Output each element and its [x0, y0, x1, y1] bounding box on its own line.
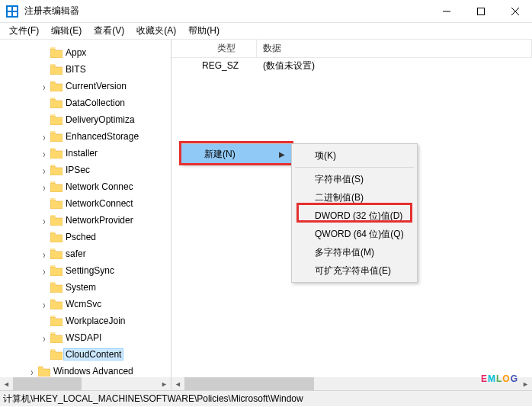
chevron-right-icon[interactable]: ›	[27, 365, 37, 378]
svg-rect-3	[8, 12, 11, 16]
menu-help[interactable]: 帮助(H)	[182, 23, 226, 39]
expander-placeholder	[40, 199, 49, 208]
chevron-right-icon[interactable]: ›	[40, 332, 49, 345]
submenu-key[interactable]: 项(K)	[293, 146, 415, 165]
tree-item-label: WorkplaceJoin	[66, 316, 125, 326]
folder-icon	[50, 98, 62, 108]
tree-item[interactable]: ›safer	[0, 245, 171, 262]
tree-item-label: Psched	[66, 232, 96, 242]
tree-item[interactable]: Psched	[0, 229, 171, 245]
menu-separator	[295, 167, 414, 168]
menu-edit[interactable]: 编辑(E)	[45, 23, 88, 39]
tree-item[interactable]: BITS	[0, 61, 171, 78]
chevron-right-icon[interactable]: ›	[40, 298, 49, 311]
menu-file[interactable]: 文件(F)	[3, 23, 45, 39]
folder-icon	[50, 332, 62, 343]
chevron-right-icon[interactable]: ›	[40, 164, 49, 177]
chevron-right-icon[interactable]: ›	[40, 214, 49, 227]
tree-item-label: Appx	[66, 47, 86, 58]
folder-icon	[38, 366, 50, 377]
tree-item[interactable]: NetworkConnect	[0, 195, 171, 212]
expander-placeholder	[40, 350, 49, 359]
folder-icon	[50, 47, 62, 58]
chevron-right-icon[interactable]: ›	[40, 130, 49, 143]
scroll-right-icon[interactable]: ►	[158, 377, 171, 390]
chevron-right-icon[interactable]: ›	[40, 147, 49, 160]
folder-icon	[50, 81, 62, 91]
folder-icon	[50, 148, 62, 159]
tree-item[interactable]: ›WcmSvc	[0, 296, 171, 312]
scroll-left-icon[interactable]: ◄	[0, 377, 13, 390]
submenu-binary[interactable]: 二进制值(B)	[293, 188, 415, 207]
minimize-button[interactable]	[429, 0, 463, 22]
registry-tree[interactable]: AppxBITS›CurrentVersionDataCollectionDel…	[0, 40, 171, 390]
chevron-right-icon[interactable]: ›	[40, 264, 49, 277]
window-controls	[429, 0, 532, 22]
folder-icon	[50, 64, 62, 75]
tree-item[interactable]: ›CurrentVersion	[0, 78, 171, 95]
submenu-multi[interactable]: 多字符串值(M)	[293, 243, 415, 261]
tree-pane: AppxBITS›CurrentVersionDataCollectionDel…	[0, 40, 171, 390]
context-new[interactable]: 新建(N) ▶	[181, 144, 291, 164]
submenu-string[interactable]: 字符串值(S)	[293, 170, 415, 188]
folder-icon	[50, 131, 62, 142]
close-button[interactable]	[498, 0, 532, 22]
tree-item[interactable]: System	[0, 279, 171, 296]
folder-icon	[50, 198, 62, 209]
tree-item[interactable]: ›Installer	[0, 145, 171, 162]
scroll-track[interactable]	[13, 377, 158, 390]
column-data[interactable]: 数据	[257, 40, 532, 57]
content-area: AppxBITS›CurrentVersionDataCollectionDel…	[0, 40, 532, 391]
tree-item[interactable]: DeliveryOptimiza	[0, 111, 171, 128]
scroll-thumb[interactable]	[184, 377, 314, 390]
tree-item[interactable]: ›IPSec	[0, 162, 171, 178]
tree-item-label: CloudContent	[63, 348, 123, 361]
tree-item[interactable]: DataCollection	[0, 95, 171, 111]
menu-favorites[interactable]: 收藏夹(A)	[130, 23, 182, 39]
expander-placeholder	[40, 98, 49, 107]
folder-icon	[50, 114, 62, 125]
expander-placeholder	[40, 283, 49, 292]
menu-view[interactable]: 查看(V)	[88, 23, 130, 39]
submenu-expand[interactable]: 可扩充字符串值(E)	[293, 261, 415, 280]
maximize-button[interactable]	[463, 0, 498, 22]
chevron-right-icon[interactable]: ›	[40, 80, 49, 93]
tree-item[interactable]: ›SettingSync	[0, 262, 171, 279]
scroll-thumb[interactable]	[13, 377, 82, 390]
tree-item-label: WcmSvc	[66, 299, 101, 309]
tree-horizontal-scrollbar[interactable]: ◄ ►	[0, 377, 171, 390]
tree-item[interactable]: CloudContent	[0, 346, 171, 363]
column-type[interactable]: 类型	[171, 40, 257, 57]
context-submenu: 项(K) 字符串值(S) 二进制值(B) DWORD (32 位)值(D) QW…	[291, 143, 418, 283]
status-path: 计算机\HKEY_LOCAL_MACHINE\SOFTWARE\Policies…	[3, 393, 303, 405]
tree-item-label: CurrentVersion	[66, 81, 127, 91]
scroll-track[interactable]	[184, 377, 519, 390]
scroll-left-icon[interactable]: ◄	[171, 377, 184, 390]
folder-icon	[50, 282, 62, 293]
scroll-right-icon[interactable]: ►	[519, 377, 532, 390]
submenu-dword[interactable]: DWORD (32 位)值(D)	[293, 207, 415, 225]
context-menu: 新建(N) ▶	[181, 143, 292, 165]
tree-item[interactable]: ›Network Connec	[0, 178, 171, 195]
app-icon	[6, 5, 18, 18]
tree-item-label: System	[66, 282, 96, 293]
submenu-qword[interactable]: QWORD (64 位)值(Q)	[293, 225, 415, 243]
tree-item-label: NetworkConnect	[66, 198, 133, 209]
list-row[interactable]: REG_SZ (数值未设置)	[171, 58, 532, 73]
tree-item[interactable]: WorkplaceJoin	[0, 312, 171, 329]
chevron-right-icon[interactable]: ›	[40, 248, 49, 261]
tree-item[interactable]: ›WSDAPI	[0, 329, 171, 346]
folder-icon	[50, 215, 62, 226]
chevron-right-icon[interactable]: ›	[40, 181, 49, 194]
tree-item[interactable]: Appx	[0, 44, 171, 61]
folder-icon	[50, 232, 62, 242]
tree-item-label: Windows Advanced	[53, 366, 133, 377]
expander-placeholder	[40, 232, 49, 242]
tree-item-label: SettingSync	[66, 265, 114, 276]
svg-rect-6	[477, 8, 484, 14]
tree-item[interactable]: ›EnhancedStorage	[0, 128, 171, 145]
tree-item-label: DataCollection	[66, 98, 125, 108]
tree-item[interactable]: ›NetworkProvider	[0, 212, 171, 229]
folder-icon	[50, 299, 62, 309]
list-horizontal-scrollbar[interactable]: ◄ ►	[171, 377, 532, 390]
